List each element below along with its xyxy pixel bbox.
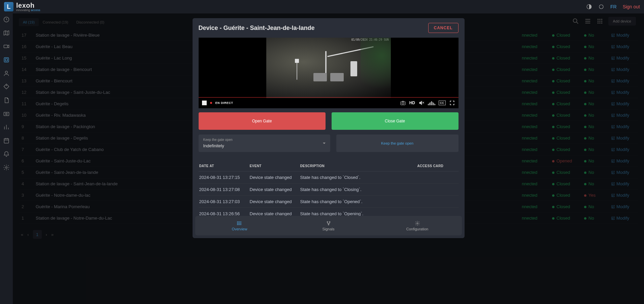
nav-users-icon[interactable] [3, 70, 10, 77]
kiosk-graphic [350, 61, 357, 76]
event-row: 2024-08-31 13:27:15Device state changedS… [199, 172, 459, 184]
svg-rect-10 [4, 139, 8, 143]
contrast-icon[interactable] [586, 4, 592, 10]
keep-open-action-button[interactable]: Keep the gate open [336, 135, 459, 152]
volume-bars-icon[interactable] [428, 101, 435, 105]
nav-alerts-icon[interactable] [3, 151, 10, 157]
nav-settings-icon[interactable] [3, 164, 10, 171]
svg-point-30 [417, 223, 418, 224]
svg-point-28 [329, 221, 330, 222]
cc-toggle[interactable]: CC [439, 101, 446, 105]
cancel-button[interactable]: CANCEL [428, 23, 459, 33]
gate-post-graphic [325, 51, 327, 75]
signout-link[interactable]: Sign out [623, 4, 640, 9]
tab-configuration[interactable]: Configuration [373, 216, 462, 235]
tab-signals-label: Signals [322, 227, 334, 231]
svg-point-26 [237, 224, 237, 225]
event-date: 2024-08-31 13:27:15 [199, 175, 250, 180]
event-card [417, 199, 458, 204]
event-description: State has changed to `Closing`. [300, 187, 417, 192]
open-gate-button[interactable]: Open Gate [199, 112, 326, 130]
sign-post-graphic [297, 63, 297, 80]
app-header: L lexoh innovating access FR Sign out [0, 0, 644, 13]
nav-stats-icon[interactable] [3, 124, 10, 130]
event-description: State has changed to `Closed`. [300, 175, 417, 180]
event-date: 2024-08-31 13:27:03 [199, 199, 250, 204]
logo-brand-text: lexoh [16, 2, 40, 9]
svg-point-29 [328, 224, 329, 225]
event-row: 2024-08-31 13:27:03Device state changedS… [199, 196, 459, 208]
event-head-event: EVENT [250, 164, 300, 168]
theme-circle-icon[interactable] [598, 4, 604, 10]
barrier-block-2 [330, 73, 344, 81]
svg-rect-4 [4, 58, 8, 62]
device-modal: Device - Guérite - Saint-Jean-de-la-land… [193, 18, 465, 238]
chevron-down-icon [323, 143, 326, 144]
event-head-desc: DESCRIPTION [300, 164, 417, 168]
event-description: State has changed to `Opening`. [300, 211, 417, 216]
keep-open-select[interactable]: Keep the gate open Indefinitely [199, 135, 330, 152]
barrier-block-1 [313, 73, 327, 81]
event-card [417, 187, 458, 192]
side-nav [0, 13, 13, 304]
event-type: Device state changed [250, 199, 300, 204]
event-type: Device state changed [250, 187, 300, 192]
event-head-date: DATE AT [199, 164, 250, 168]
stop-button-icon[interactable] [202, 101, 207, 105]
mute-icon[interactable] [418, 100, 425, 106]
event-type: Device state changed [250, 211, 300, 216]
gate-arm-graphic [327, 46, 374, 57]
logo-mark: L [4, 2, 13, 11]
svg-point-9 [6, 113, 7, 115]
svg-point-25 [237, 223, 237, 223]
event-type: Device state changed [250, 175, 300, 180]
nav-tag-icon[interactable] [3, 83, 10, 90]
nav-payment-icon[interactable] [3, 110, 10, 117]
event-card [417, 211, 458, 216]
event-date: 2024-08-31 13:26:56 [199, 211, 250, 216]
tab-overview-label: Overview [232, 227, 247, 231]
video-player[interactable]: 01/09/2024 21:46:29 SUN EN DIRECT HD [199, 38, 459, 108]
svg-point-24 [237, 222, 237, 222]
nav-devices-icon[interactable] [3, 56, 10, 63]
event-head-card: ACCESS CARD [417, 164, 458, 168]
nav-calendar-icon[interactable] [3, 137, 10, 144]
close-gate-button[interactable]: Close Gate [332, 112, 459, 130]
tab-signals[interactable]: Signals [284, 216, 373, 235]
svg-rect-8 [4, 112, 9, 116]
fullscreen-icon[interactable] [449, 100, 455, 106]
logo-tagline: innovating access [16, 9, 40, 12]
svg-rect-3 [4, 45, 8, 48]
tab-overview[interactable]: Overview [195, 216, 284, 235]
svg-point-11 [6, 167, 7, 168]
svg-point-6 [5, 71, 8, 73]
snapshot-icon[interactable] [400, 100, 406, 106]
event-log-table: DATE AT EVENT DESCRIPTION ACCESS CARD 20… [199, 158, 459, 216]
keep-open-label: Keep the gate open [203, 138, 326, 142]
svg-point-7 [6, 85, 7, 86]
modal-overlay[interactable]: Device - Guérite - Saint-Jean-de-la-land… [13, 13, 644, 304]
event-date: 2024-08-31 13:27:08 [199, 187, 250, 192]
nav-history-icon[interactable] [3, 16, 10, 23]
hd-toggle[interactable]: HD [409, 101, 415, 105]
keep-open-value: Indefinitely [203, 143, 224, 148]
event-row: 2024-08-31 13:26:56Device state changedS… [199, 208, 459, 216]
event-card [417, 175, 458, 180]
svg-point-1 [599, 5, 603, 9]
event-row: 2024-08-31 13:27:08Device state changedS… [199, 184, 459, 196]
video-timestamp: 01/09/2024 21:46:29 SUN [351, 38, 389, 41]
nav-document-icon[interactable] [3, 97, 10, 104]
svg-rect-5 [5, 59, 8, 61]
svg-point-23 [402, 102, 404, 104]
video-feed: 01/09/2024 21:46:29 SUN [266, 38, 391, 98]
nav-camera-icon[interactable] [3, 43, 10, 50]
modal-tabs: Overview Signals Configuration [195, 216, 462, 235]
live-label: EN DIRECT [215, 101, 233, 105]
brand-logo[interactable]: L lexoh innovating access [4, 2, 40, 12]
event-description: State has changed to `Opened`. [300, 199, 417, 204]
nav-map-icon[interactable] [3, 30, 10, 36]
tab-config-label: Configuration [406, 227, 428, 231]
live-dot-icon [210, 102, 212, 104]
language-toggle[interactable]: FR [610, 4, 617, 9]
video-controls: EN DIRECT HD CC [199, 98, 459, 108]
